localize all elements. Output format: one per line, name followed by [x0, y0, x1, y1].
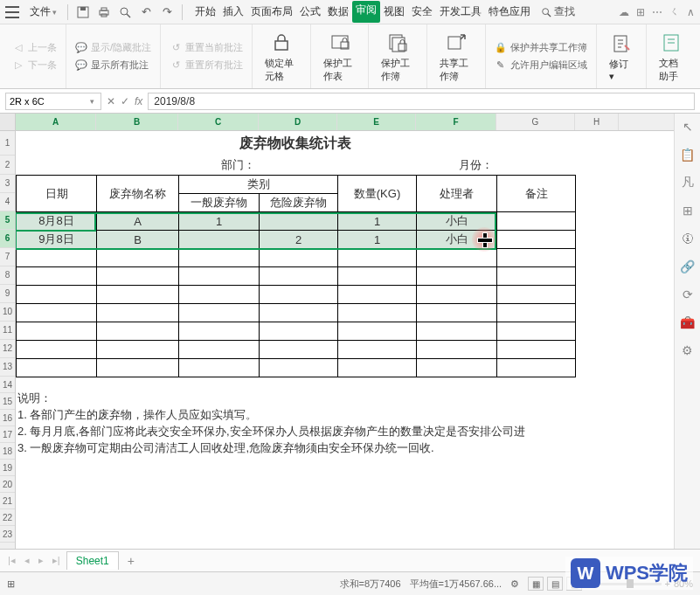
- row-header-2[interactable]: 2: [0, 156, 15, 175]
- fx-icon[interactable]: fx: [135, 95, 142, 107]
- col-header-F[interactable]: F: [416, 114, 496, 130]
- add-sheet-button[interactable]: +: [122, 554, 140, 568]
- cell-A6[interactable]: 9月8日: [17, 231, 97, 249]
- cell-E5[interactable]: 1: [338, 212, 417, 231]
- protect-workbook-button[interactable]: 保护工作簿: [374, 27, 421, 86]
- tab-page-layout[interactable]: 页面布局: [247, 1, 296, 23]
- notification-icon[interactable]: ⊞: [636, 6, 645, 18]
- tab-special[interactable]: 特色应用: [485, 1, 534, 23]
- col-header-A[interactable]: A: [16, 114, 96, 130]
- settings-icon[interactable]: ⚙: [680, 342, 696, 358]
- row-header-12[interactable]: 12: [0, 340, 15, 358]
- search-button[interactable]: 查找: [541, 4, 575, 19]
- row-header-3[interactable]: 3: [0, 175, 15, 193]
- protect-sheet-button[interactable]: 保护工作表: [316, 27, 364, 86]
- caret-icon[interactable]: ⋯: [652, 6, 662, 18]
- cell-E6[interactable]: 1: [338, 231, 417, 249]
- row-header-11[interactable]: 11: [0, 322, 15, 340]
- clipboard-icon[interactable]: 📋: [680, 147, 696, 163]
- row-header-10[interactable]: 10: [0, 303, 15, 322]
- name-box-dropdown[interactable]: ▾: [85, 97, 99, 106]
- view-page[interactable]: ▤: [547, 577, 563, 591]
- row-header-14[interactable]: 14: [0, 377, 15, 393]
- lock-cell-button[interactable]: 锁定单元格: [258, 27, 305, 86]
- row-header-19[interactable]: 19: [0, 460, 15, 476]
- col-header-D[interactable]: D: [259, 114, 337, 130]
- sheet-nav-next[interactable]: ▸: [36, 555, 46, 566]
- doc-assistant-button[interactable]: 文档助手: [652, 27, 691, 86]
- col-header-G[interactable]: G: [496, 114, 575, 130]
- sheet-tab-active[interactable]: Sheet1: [66, 551, 119, 570]
- save-icon[interactable]: [75, 4, 91, 20]
- confirm-icon[interactable]: ✓: [121, 95, 129, 107]
- reset-current-button[interactable]: ↺重置当前批注: [166, 39, 246, 56]
- protect-share-button[interactable]: 🔒保护并共享工作簿: [491, 39, 591, 56]
- col-header-H[interactable]: H: [575, 114, 619, 130]
- formula-input[interactable]: 2019/8/8: [148, 93, 695, 110]
- file-menu[interactable]: 文件▾: [24, 3, 62, 21]
- row-header-13[interactable]: 13: [0, 358, 15, 377]
- select-all-corner[interactable]: [0, 114, 15, 131]
- tab-formulas[interactable]: 公式: [296, 1, 324, 23]
- row-header-16[interactable]: 16: [0, 410, 15, 426]
- row-header-1[interactable]: 1: [0, 131, 15, 156]
- row-header-15[interactable]: 15: [0, 393, 15, 410]
- cell-D6[interactable]: 2: [260, 231, 338, 249]
- tab-review[interactable]: 审阅: [352, 1, 380, 23]
- name-box[interactable]: ▾: [5, 93, 101, 110]
- row-header-17[interactable]: 17: [0, 426, 15, 443]
- view-normal[interactable]: ▦: [528, 577, 544, 591]
- redo-icon[interactable]: ↷: [159, 4, 175, 20]
- show-hide-comment-button[interactable]: 💬显示/隐藏批注: [72, 39, 155, 56]
- chevron-up-icon[interactable]: ∧: [687, 6, 695, 18]
- next-comment-button[interactable]: ▷下一条: [9, 57, 60, 73]
- data-row-1[interactable]: 8月8日 A 1 1 小白: [17, 212, 576, 231]
- row-header-6[interactable]: 6: [0, 230, 15, 248]
- tab-developer[interactable]: 开发工具: [436, 1, 485, 23]
- row-header-5[interactable]: 5: [0, 211, 15, 230]
- row-header-20[interactable]: 20: [0, 476, 15, 493]
- cell-G5[interactable]: [497, 212, 576, 231]
- col-header-C[interactable]: C: [178, 114, 259, 130]
- row-header-9[interactable]: 9: [0, 285, 15, 303]
- tab-data[interactable]: 数据: [324, 1, 352, 23]
- row-header-23[interactable]: 23: [0, 526, 15, 543]
- row-header-22[interactable]: 22: [0, 509, 15, 526]
- reset-all-button[interactable]: ↺重置所有批注: [166, 57, 246, 73]
- sheet-nav-prev[interactable]: ◂: [22, 555, 32, 566]
- cloud-icon[interactable]: ☁: [619, 6, 629, 18]
- properties-icon[interactable]: 🛈: [680, 231, 696, 246]
- print-icon[interactable]: [96, 4, 112, 20]
- revisions-button[interactable]: 修订 ▾: [602, 28, 641, 86]
- col-header-B[interactable]: B: [96, 114, 178, 130]
- grid-area[interactable]: A B C D E F G H 废弃物收集统计表 部门： 月份： 日期 废弃物名…: [16, 114, 674, 549]
- minimize-ribbon-icon[interactable]: ㄑ: [669, 4, 680, 19]
- select-icon[interactable]: ↖: [680, 119, 696, 135]
- cell-C6[interactable]: [179, 231, 260, 249]
- row-header-7[interactable]: 7: [0, 248, 15, 266]
- tab-view[interactable]: 视图: [380, 1, 408, 23]
- tab-insert[interactable]: 插入: [219, 1, 247, 23]
- cell-B6[interactable]: B: [97, 231, 179, 249]
- data-row-2[interactable]: 9月8日 B 2 1 小白: [17, 231, 576, 249]
- sheet-nav-first[interactable]: |◂: [5, 555, 18, 566]
- hamburger-icon[interactable]: [5, 6, 19, 18]
- allow-edit-ranges-button[interactable]: ✎允许用户编辑区域: [491, 57, 591, 73]
- col-header-E[interactable]: E: [337, 114, 416, 130]
- name-box-input[interactable]: [6, 96, 85, 107]
- cell-C5[interactable]: 1: [179, 212, 260, 231]
- cell-F5[interactable]: 小白: [417, 212, 497, 231]
- cell-F6[interactable]: 小白: [417, 231, 497, 249]
- share-workbook-button[interactable]: 共享工作簿: [433, 27, 480, 86]
- styles-icon[interactable]: 凡: [680, 175, 696, 190]
- cell-A5[interactable]: 8月8日: [17, 212, 97, 231]
- link-icon[interactable]: 🔗: [680, 259, 696, 274]
- row-header-21[interactable]: 21: [0, 493, 15, 509]
- cell-B5[interactable]: A: [97, 212, 179, 231]
- row-header-8[interactable]: 8: [0, 266, 15, 285]
- cell-D5[interactable]: [260, 212, 338, 231]
- tab-home[interactable]: 开始: [191, 1, 219, 23]
- prev-comment-button[interactable]: ◁上一条: [9, 39, 60, 56]
- cancel-icon[interactable]: ✕: [107, 95, 115, 107]
- status-func-icon[interactable]: ⚙: [510, 578, 519, 590]
